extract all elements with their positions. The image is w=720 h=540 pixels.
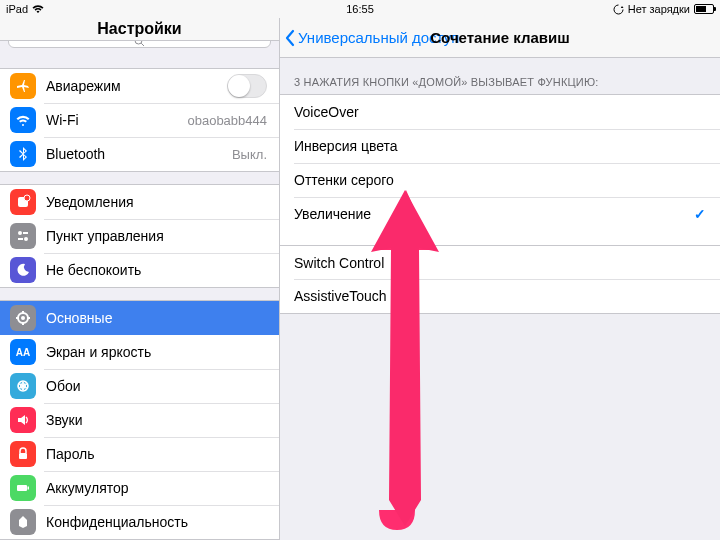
option-label: Инверсия цвета — [294, 138, 398, 154]
dnd-icon — [10, 257, 36, 283]
privacy-icon — [10, 509, 36, 535]
sidebar-item-label: Экран и яркость — [46, 344, 267, 360]
charging-text: Нет зарядки — [628, 3, 690, 15]
wifi-icon — [32, 4, 44, 14]
svg-rect-7 — [18, 238, 23, 240]
sidebar-item-bluetooth[interactable]: BluetoothВыкл. — [0, 137, 279, 171]
svg-point-3 — [24, 195, 30, 201]
wallpaper-icon — [10, 373, 36, 399]
option-row[interactable]: Инверсия цвета — [280, 129, 720, 163]
airplane-icon — [10, 73, 36, 99]
sidebar-item-control-center[interactable]: Пункт управления — [0, 219, 279, 253]
svg-rect-20 — [19, 453, 27, 459]
sidebar-item-label: Уведомления — [46, 194, 267, 210]
sidebar-item-sounds[interactable]: Звуки — [0, 403, 279, 437]
sidebar-item-label: Пароль — [46, 446, 267, 462]
sidebar-item-label: Аккумулятор — [46, 480, 267, 496]
notifications-icon — [10, 189, 36, 215]
sidebar-item-label: Wi-Fi — [46, 112, 187, 128]
section-header: 3 НАЖАТИЯ КНОПКИ «ДОМОЙ» ВЫЗЫВАЕТ ФУНКЦИ… — [280, 58, 720, 94]
sounds-icon — [10, 407, 36, 433]
settings-sidebar: Настройки АвиарежимWi-Fiobaobabb444Bluet… — [0, 18, 280, 540]
battery-icon — [694, 4, 714, 14]
option-row[interactable]: Switch Control — [280, 245, 720, 279]
display-icon: AA — [10, 339, 36, 365]
svg-rect-21 — [17, 485, 27, 491]
svg-line-1 — [141, 43, 144, 46]
sidebar-item-dnd[interactable]: Не беспокоить — [0, 253, 279, 287]
sidebar-item-label: Пункт управления — [46, 228, 267, 244]
detail-header: Универсальный доступ Сочетание клавиш — [280, 18, 720, 58]
sidebar-header: Настройки — [0, 18, 279, 41]
svg-rect-22 — [28, 487, 30, 490]
airplane-toggle[interactable] — [227, 74, 267, 98]
bluetooth-icon — [10, 141, 36, 167]
sidebar-item-passcode[interactable]: Пароль — [0, 437, 279, 471]
sidebar-item-label: Звуки — [46, 412, 267, 428]
svg-point-6 — [24, 237, 28, 241]
status-bar: iPad 16:55 Нет зарядки — [0, 0, 720, 18]
sidebar-item-wallpaper[interactable]: Обои — [0, 369, 279, 403]
sidebar-item-notifications[interactable]: Уведомления — [0, 185, 279, 219]
device-name: iPad — [6, 3, 28, 15]
svg-text:AA: AA — [16, 347, 30, 358]
option-row[interactable]: VoiceOver — [280, 95, 720, 129]
detail-pane: Универсальный доступ Сочетание клавиш 3 … — [280, 18, 720, 540]
sidebar-item-wifi[interactable]: Wi-Fiobaobabb444 — [0, 103, 279, 137]
sidebar-item-label: Основные — [46, 310, 267, 326]
option-label: AssistiveTouch — [294, 288, 387, 304]
battery-icon — [10, 475, 36, 501]
sidebar-item-general[interactable]: Основные — [0, 301, 279, 335]
svg-rect-5 — [23, 232, 28, 234]
sidebar-item-label: Авиарежим — [46, 78, 227, 94]
passcode-icon — [10, 441, 36, 467]
options-list: VoiceOverИнверсия цветаОттенки серогоУве… — [280, 94, 720, 314]
option-row[interactable]: AssistiveTouch — [280, 279, 720, 313]
option-row[interactable]: Увеличение✓ — [280, 197, 720, 231]
sidebar-item-label: Обои — [46, 378, 267, 394]
svg-point-9 — [21, 316, 25, 320]
wifi-icon — [10, 107, 36, 133]
sidebar-item-battery[interactable]: Аккумулятор — [0, 471, 279, 505]
not-charging-icon — [613, 4, 624, 15]
wifi-value: obaobabb444 — [187, 113, 267, 128]
sidebar-item-display[interactable]: AAЭкран и яркость — [0, 335, 279, 369]
control-center-icon — [10, 223, 36, 249]
option-label: Увеличение — [294, 206, 371, 222]
sidebar-item-airplane[interactable]: Авиарежим — [0, 69, 279, 103]
svg-point-4 — [18, 231, 22, 235]
option-row[interactable]: Оттенки серого — [280, 163, 720, 197]
sidebar-title: Настройки — [97, 20, 181, 38]
detail-title: Сочетание клавиш — [430, 29, 569, 46]
option-label: VoiceOver — [294, 104, 359, 120]
checkmark-icon: ✓ — [694, 206, 706, 222]
clock: 16:55 — [346, 3, 374, 15]
option-label: Switch Control — [294, 255, 384, 271]
option-label: Оттенки серого — [294, 172, 394, 188]
chevron-left-icon — [284, 29, 296, 47]
general-icon — [10, 305, 36, 331]
sidebar-item-label: Не беспокоить — [46, 262, 267, 278]
sidebar-item-privacy[interactable]: Конфиденциальность — [0, 505, 279, 539]
sidebar-item-label: Конфиденциальность — [46, 514, 267, 530]
bluetooth-value: Выкл. — [232, 147, 267, 162]
sidebar-item-label: Bluetooth — [46, 146, 232, 162]
